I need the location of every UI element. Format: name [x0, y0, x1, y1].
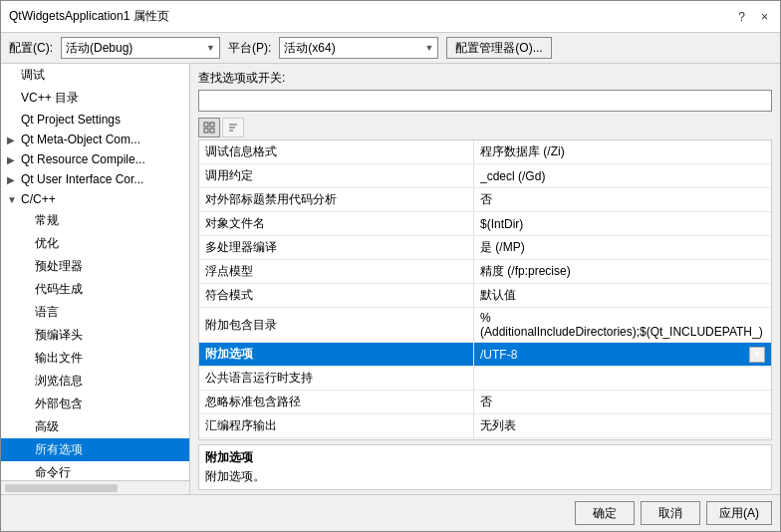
search-row: 查找选项或开关: [190, 64, 780, 116]
svg-rect-3 [210, 129, 214, 133]
properties-table: 调试信息格式程序数据库 (/Zi)调用约定_cdecl (/Gd)对外部标题禁用… [199, 140, 771, 439]
value-dropdown-button[interactable]: ▼ [749, 347, 765, 363]
search-input[interactable] [198, 90, 772, 112]
table-row[interactable]: 基本运行时检查默认值 [199, 438, 771, 440]
tree-item-label: 命令行 [35, 464, 71, 480]
prop-name: 公共语言运行时支持 [199, 367, 474, 391]
table-row[interactable]: 对外部标题禁用代码分析否 [199, 188, 771, 212]
table-row[interactable]: 公共语言运行时支持 [199, 367, 771, 391]
prop-name: 多处理器编译 [199, 236, 474, 260]
tree-item-cpp[interactable]: ▼C/C++ [1, 189, 189, 209]
table-row[interactable]: 调试信息格式程序数据库 (/Zi) [199, 140, 771, 164]
prop-value: 否 [474, 188, 771, 212]
prop-value: 精度 (/fp:precise) [474, 260, 771, 284]
properties-table-container: 调试信息格式程序数据库 (/Zi)调用约定_cdecl (/Gd)对外部标题禁用… [198, 139, 772, 440]
tree-item-label: 代码生成 [35, 281, 83, 298]
tree-item-预编译头[interactable]: 预编译头 [1, 324, 189, 347]
tree-item-label: 常规 [35, 212, 59, 229]
prop-name: 对象文件名 [199, 212, 474, 236]
platform-combo-arrow: ▼ [424, 43, 433, 53]
prop-value: 程序数据库 (/Zi) [474, 140, 771, 164]
tree-item-输出文件[interactable]: 输出文件 [1, 347, 189, 370]
tree-arrow: ▼ [7, 194, 21, 205]
icon-toolbar [190, 116, 780, 139]
config-manager-button[interactable]: 配置管理器(O)... [446, 37, 551, 59]
tree-scroll[interactable]: 调试VC++ 目录Qt Project Settings▶Qt Meta-Obj… [1, 64, 189, 480]
prop-name: 调试信息格式 [199, 140, 474, 164]
tree-item-label: 高级 [35, 418, 59, 435]
tree-item-命令行[interactable]: 命令行 [1, 461, 189, 480]
tree-item-label: Qt Meta-Object Com... [21, 133, 140, 146]
tree-item-qt_resource[interactable]: ▶Qt Resource Compile... [1, 149, 189, 169]
apply-button[interactable]: 应用(A) [706, 501, 772, 525]
tree-arrow: ▶ [7, 134, 21, 145]
search-label: 查找选项或开关: [198, 70, 772, 87]
prop-name: 基本运行时检查 [199, 438, 474, 440]
tree-item-常规[interactable]: 常规 [1, 209, 189, 232]
config-label: 配置(C): [9, 40, 53, 57]
toolbar: 配置(C): 活动(Debug) ▼ 平台(P): 活动(x64) ▼ 配置管理… [1, 33, 780, 64]
tree-item-高级[interactable]: 高级 [1, 415, 189, 438]
table-row[interactable]: 多处理器编译是 (/MP) [199, 236, 771, 260]
tree-item-qt_project[interactable]: Qt Project Settings [1, 110, 189, 130]
table-row[interactable]: 附加包含目录%(AdditionalIncludeDirectories);$(… [199, 308, 771, 343]
prop-name: 忽略标准包含路径 [199, 391, 474, 414]
table-row[interactable]: 忽略标准包含路径否 [199, 391, 771, 414]
value-text: /UTF-8 [480, 348, 517, 362]
table-row[interactable]: 符合模式默认值 [199, 284, 771, 308]
prop-value [474, 367, 771, 391]
tree-item-优化[interactable]: 优化 [1, 232, 189, 255]
tree-item-外部包含[interactable]: 外部包含 [1, 393, 189, 415]
tree-item-所有选项[interactable]: 所有选项 [1, 438, 189, 461]
tree-item-浏览信息[interactable]: 浏览信息 [1, 370, 189, 393]
cancel-button[interactable]: 取消 [641, 501, 700, 525]
tree-arrow: ▶ [7, 174, 21, 185]
table-row[interactable]: 对象文件名$(IntDir) [199, 212, 771, 236]
tree-scrollbar-horizontal[interactable] [1, 480, 189, 494]
svg-rect-0 [204, 123, 208, 127]
sort-icon[interactable] [222, 118, 244, 137]
prop-value: 默认值 [474, 438, 771, 440]
platform-combo[interactable]: 活动(x64) ▼ [279, 37, 438, 59]
table-row[interactable]: 附加选项/UTF-8▼ [199, 343, 771, 367]
tree-arrow: ▶ [7, 154, 21, 165]
prop-name: 符合模式 [199, 284, 474, 308]
tree-item-label: Qt Resource Compile... [21, 152, 145, 166]
tree-item-预处理器[interactable]: 预处理器 [1, 255, 189, 278]
prop-name: 对外部标题禁用代码分析 [199, 188, 474, 212]
table-scroll[interactable]: 调试信息格式程序数据库 (/Zi)调用约定_cdecl (/Gd)对外部标题禁用… [199, 140, 771, 439]
prop-value: %(AdditionalIncludeDirectories);$(Qt_INC… [474, 308, 771, 343]
grid-view-icon[interactable] [198, 118, 220, 137]
tree-item-label: 外部包含 [35, 396, 83, 412]
tree-item-label: Qt Project Settings [21, 113, 121, 127]
config-combo-arrow: ▼ [206, 43, 215, 53]
tree-item-语言[interactable]: 语言 [1, 301, 189, 324]
tree-item-label: Qt User Interface Cor... [21, 172, 143, 186]
description-text: 附加选项。 [205, 468, 765, 485]
prop-name: 汇编程序输出 [199, 414, 474, 438]
table-row[interactable]: 汇编程序输出无列表 [199, 414, 771, 438]
ok-button[interactable]: 确定 [575, 501, 635, 525]
svg-rect-2 [204, 129, 208, 133]
help-button[interactable]: ? [734, 10, 749, 24]
tree-item-label: VC++ 目录 [21, 90, 79, 107]
tree-item-label: 输出文件 [35, 350, 83, 367]
prop-value: $(IntDir) [474, 212, 771, 236]
table-row[interactable]: 调用约定_cdecl (/Gd) [199, 164, 771, 188]
tree-item-qt_user[interactable]: ▶Qt User Interface Cor... [1, 169, 189, 189]
value-wrapper: /UTF-8▼ [480, 347, 765, 363]
tree-item-调试[interactable]: 调试 [1, 64, 189, 87]
config-value: 活动(Debug) [66, 40, 132, 57]
prop-value: 否 [474, 391, 771, 414]
tree-item-vc目录[interactable]: VC++ 目录 [1, 87, 189, 110]
tree-item-代码生成[interactable]: 代码生成 [1, 278, 189, 301]
content-area: 调试VC++ 目录Qt Project Settings▶Qt Meta-Obj… [1, 64, 780, 494]
tree-item-label: 预编译头 [35, 327, 83, 344]
tree-panel: 调试VC++ 目录Qt Project Settings▶Qt Meta-Obj… [1, 64, 190, 494]
prop-value: 默认值 [474, 284, 771, 308]
table-row[interactable]: 浮点模型精度 (/fp:precise) [199, 260, 771, 284]
close-button[interactable]: × [757, 10, 772, 24]
config-combo[interactable]: 活动(Debug) ▼ [61, 37, 220, 59]
window: QtWidgetsApplication1 属性页 ? × 配置(C): 活动(… [0, 0, 781, 532]
tree-item-qt_meta[interactable]: ▶Qt Meta-Object Com... [1, 130, 189, 149]
